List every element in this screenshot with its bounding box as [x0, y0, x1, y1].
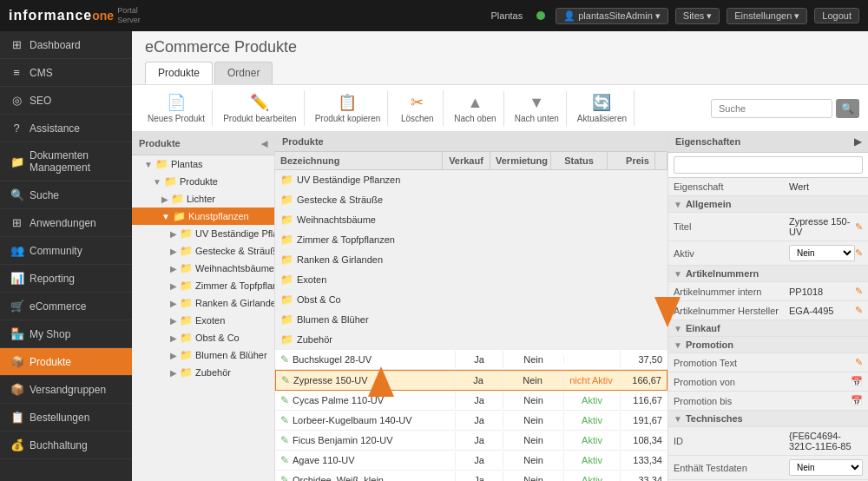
- sidebar-item-anwendungen[interactable]: ⊞ Anwendungen: [0, 209, 132, 237]
- aktualisieren-button[interactable]: 🔄 Aktualisieren: [570, 90, 635, 126]
- list-item[interactable]: 📁Zubehör: [275, 330, 667, 350]
- sidebar-item-suche[interactable]: 🔍 Suche: [0, 181, 132, 209]
- tree-item-weihnachtsb[interactable]: ▶ 📁 Weihnachtsbäume: [132, 260, 274, 277]
- tree-item-exoten[interactable]: ▶ 📁 Exoten: [132, 312, 274, 329]
- list-item[interactable]: 📁UV Beständige Pflanzen: [275, 170, 667, 190]
- list-item[interactable]: 📁Zimmer & Topfpflanzen: [275, 230, 667, 250]
- list-item[interactable]: 📁Exoten: [275, 270, 667, 290]
- sidebar-item-produkte[interactable]: 📦 Produkte: [0, 348, 132, 376]
- anwendungen-icon: ⊞: [10, 216, 23, 229]
- list-item-buchskugel[interactable]: ✎Buchskugel 28-UV Ja Nein 37,50: [275, 350, 667, 370]
- list-item[interactable]: 📁Ranken & Girlanden: [275, 250, 667, 270]
- tree-collapse-button[interactable]: ◂: [261, 136, 267, 150]
- tree-item-produkte[interactable]: ▼ 📁 Produkte: [132, 173, 274, 190]
- list-item[interactable]: 📁Obst & Co: [275, 290, 667, 310]
- list-scroll[interactable]: 📁UV Beständige Pflanzen 📁Gestecke & Strä…: [275, 170, 667, 481]
- sidebar-item-versandgruppen[interactable]: 📦 Versandgruppen: [0, 376, 132, 404]
- props-label-testdaten: Enthält Testdaten: [668, 456, 784, 480]
- col-scroll-spacer: [655, 152, 667, 169]
- produkt-kopieren-button[interactable]: 📋 Produkt kopieren: [308, 90, 389, 126]
- tab-ordner[interactable]: Ordner: [214, 62, 273, 84]
- props-label-id: ID: [668, 427, 784, 456]
- einstellungen-button[interactable]: Einstellungen ▾: [727, 8, 807, 24]
- tree-item-lichter[interactable]: ▶ 📁 Lichter: [132, 190, 274, 208]
- neues-produkt-button[interactable]: 📄 Neues Produkt: [141, 90, 213, 126]
- sidebar-item-dokumente[interactable]: 📁 Dokumenten Management: [0, 142, 132, 181]
- list-item-lorbeer[interactable]: ✎Lorbeer-Kugelbaum 140-UV Ja Nein Aktiv …: [275, 411, 667, 431]
- sidebar-item-community[interactable]: 👥 Community: [0, 237, 132, 265]
- produkt-bearbeiten-button[interactable]: ✏️ Produkt bearbeiten: [216, 90, 305, 126]
- props-search-input[interactable]: [674, 156, 863, 174]
- props-value-artikelnummer: PP1018 ✎: [784, 282, 868, 301]
- tree-item-zimmer[interactable]: ▶ 📁 Zimmer & Topfpflanze...: [132, 277, 274, 294]
- tree-header: Produkte ◂: [132, 132, 274, 155]
- list-item-zypresse[interactable]: ✎Zypresse 150-UV Ja Nein nicht Aktiv 166…: [275, 370, 667, 391]
- edit-titel-icon[interactable]: ✎: [855, 221, 863, 233]
- props-row-artikelnummer-hersteller: Artikelnummer Hersteller EGA-4495 ✎: [668, 301, 868, 320]
- search-input[interactable]: [711, 99, 832, 118]
- aktiv-select[interactable]: Nein Ja: [789, 245, 855, 261]
- tab-produkte[interactable]: Produkte: [145, 62, 213, 84]
- content: eCommerce Produkte Produkte Ordner 📄 Neu…: [132, 31, 868, 481]
- folder-icon: 📁: [280, 214, 293, 226]
- edit-hersteller-icon[interactable]: ✎: [855, 305, 863, 316]
- tree-item-zubehoer[interactable]: ▶ 📁 Zubehör: [132, 364, 274, 381]
- props-expand-icon[interactable]: ▶: [854, 136, 861, 148]
- props-value-promo-bis: 📅: [784, 392, 868, 411]
- sidebar-item-seo[interactable]: ◎ SEO: [0, 87, 132, 115]
- sidebar-item-assistance[interactable]: ? Assistance: [0, 115, 132, 142]
- sites-button[interactable]: Sites ▾: [675, 8, 720, 24]
- tree-item-uv[interactable]: ▶ 📁 UV Beständige Pflanz...: [132, 225, 274, 242]
- edit-promo-text-icon[interactable]: ✎: [855, 357, 863, 368]
- tree-item-plantas[interactable]: ▼ 📁 Plantas: [132, 155, 274, 173]
- list-item-ficus[interactable]: ✎Ficus Benjamin 120-UV Ja Nein Aktiv 108…: [275, 431, 667, 451]
- list-item-cycas[interactable]: ✎Cycas Palme 110-UV Ja Nein Aktiv 116,67: [275, 391, 667, 411]
- list-item-orchidee-weiss[interactable]: ✎Orchidee, Weiß, klein Ja Nein Aktiv 33,…: [275, 471, 667, 481]
- list-item[interactable]: 📁Blumen & Blüher: [275, 310, 667, 330]
- calendar-icon[interactable]: 📅: [851, 376, 863, 387]
- calendar-icon[interactable]: 📅: [851, 395, 863, 406]
- sidebar-item-buchhaltung[interactable]: 💰 Buchhaltung: [0, 432, 132, 459]
- props-label-promo-bis: Promotion bis: [668, 392, 784, 411]
- sidebar-item-reporting[interactable]: 📊 Reporting: [0, 265, 132, 293]
- list-item[interactable]: 📁Weihnachtsbäume: [275, 210, 667, 230]
- props-section-allgemein[interactable]: ▼Allgemein: [668, 196, 868, 213]
- main-layout: ⊞ Dashboard ≡ CMS ◎ SEO ? Assistance 📁 D…: [0, 31, 868, 481]
- file-icon: ✎: [280, 474, 289, 481]
- sidebar-item-cms[interactable]: ≡ CMS: [0, 59, 132, 87]
- props-section-technisches[interactable]: ▼Technisches: [668, 411, 868, 427]
- tree-item-gestaecke[interactable]: ▶ 📁 Gestecke & Sträuße: [132, 242, 274, 260]
- sites-chevron: ▾: [707, 10, 712, 22]
- sidebar-item-bestellungen[interactable]: 📋 Bestellungen: [0, 404, 132, 432]
- logout-button[interactable]: Logout: [814, 8, 859, 23]
- props-label-titel: Titel: [668, 213, 784, 241]
- edit-artnr-icon[interactable]: ✎: [855, 286, 863, 297]
- list-item[interactable]: 📁Gestecke & Sträuße: [275, 190, 667, 210]
- props-subsection-artikelnummern[interactable]: ▼Artikelnummern: [668, 266, 868, 282]
- page-title: eCommerce Produkte: [145, 38, 855, 56]
- expand-arrow: ▶: [170, 333, 177, 343]
- nach-oben-button[interactable]: ▲ Nach oben: [447, 91, 503, 126]
- sidebar-item-myshop[interactable]: 🏪 My Shop: [0, 320, 132, 348]
- props-row-promotion-bis: Promotion bis 📅: [668, 392, 868, 411]
- list-item-agave[interactable]: ✎Agave 110-UV Ja Nein Aktiv 133,34: [275, 451, 667, 471]
- folder-icon: 📁: [180, 314, 193, 326]
- nach-unten-button[interactable]: ▼ Nach unten: [508, 91, 567, 126]
- tree-item-obst[interactable]: ▶ 📁 Obst & Co: [132, 329, 274, 346]
- page-header: eCommerce Produkte Produkte Ordner: [132, 31, 868, 85]
- testdaten-select[interactable]: Nein Ja: [789, 459, 863, 476]
- sidebar-item-ecommerce[interactable]: 🛒 eCommerce: [0, 293, 132, 320]
- admin-icon: 👤: [563, 10, 575, 22]
- edit-aktiv-icon[interactable]: ✎: [855, 247, 863, 259]
- search-button[interactable]: 🔍: [836, 99, 859, 118]
- loeschen-button[interactable]: ✂ Löschen: [391, 90, 444, 126]
- props-section-promotion[interactable]: ▼Promotion: [668, 337, 868, 353]
- expand-arrow: ▼: [144, 160, 153, 169]
- tree-item-blumen[interactable]: ▶ 📁 Blumen & Blüher: [132, 346, 274, 364]
- folder-icon: 📁: [180, 280, 193, 292]
- tree-item-ranken[interactable]: ▶ 📁 Ranken & Girlanden: [132, 294, 274, 312]
- sidebar-item-dashboard[interactable]: ⊞ Dashboard: [0, 31, 132, 59]
- tree-item-kunstpflanzen[interactable]: ▼ 📁 Kunstpflanzen: [132, 208, 274, 225]
- props-section-einkauf[interactable]: ▼Einkauf: [668, 320, 868, 337]
- admin-button[interactable]: 👤 plantasSiteAdmin ▾: [556, 8, 668, 24]
